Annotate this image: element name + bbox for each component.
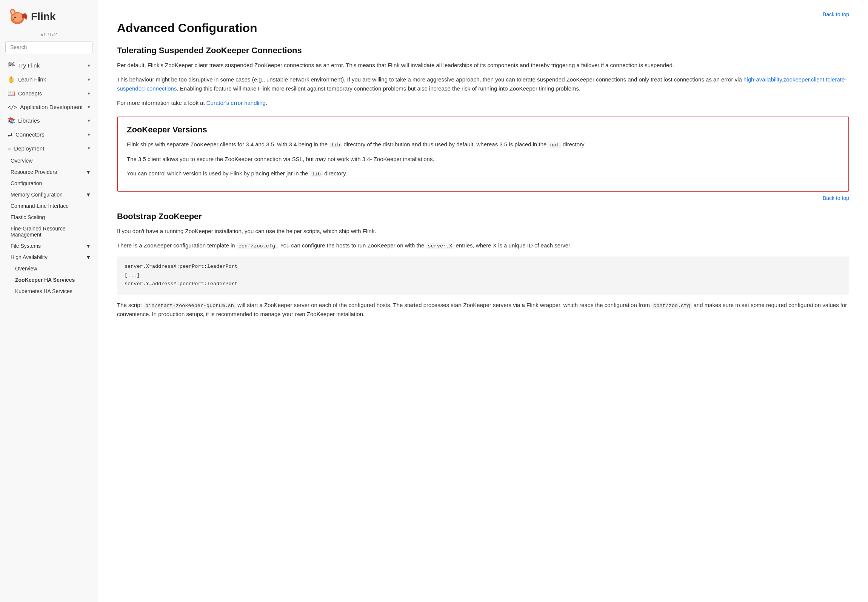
overview-label: Overview [11, 158, 32, 164]
section3-para2: There is a ZooKeeper configuration templ… [117, 241, 849, 250]
section2-para3: You can control which version is used by… [127, 169, 839, 178]
concepts-icon: 📖 [8, 90, 15, 97]
sidebar-item-memory-config[interactable]: Memory Configuration ▼ [0, 189, 98, 200]
sidebar-item-resource-providers[interactable]: Resource Providers ▼ [0, 166, 98, 178]
section3-para1: If you don't have a running ZooKeeper in… [117, 227, 849, 236]
sidebar-item-cli[interactable]: Command-Line Interface [0, 200, 98, 212]
s2p3-after: directory. [323, 170, 347, 177]
sidebar-item-configuration[interactable]: Configuration [0, 178, 98, 189]
s2p2-before: The 3.5 client allows you to secure the … [127, 156, 315, 162]
configuration-label: Configuration [11, 180, 42, 186]
code-zoo-cfg: conf/zoo.cfg [237, 243, 277, 249]
section2-para1: Flink ships with separate ZooKeeper clie… [127, 140, 839, 149]
section1-title: Tolerating Suspended ZooKeeper Connectio… [117, 46, 849, 55]
libraries-icon: 📚 [8, 117, 15, 124]
s3p2-before: There is a ZooKeeper configuration templ… [117, 242, 237, 249]
concepts-label: Concepts [18, 90, 42, 97]
s2p1-mid: directory of the distribution and thus u… [342, 141, 548, 147]
chevron-icon: ▼ [87, 118, 91, 123]
sidebar-item-deployment[interactable]: ≡ Deployment ▼ [0, 141, 98, 155]
chevron-icon: ▼ [87, 105, 91, 109]
code-block-content: server.X=addressX:peerPort:leaderPort [.… [125, 264, 238, 287]
sidebar-item-elastic-scaling[interactable]: Elastic Scaling [0, 212, 98, 223]
section2-para2: The 3.5 client allows you to secure the … [127, 155, 839, 164]
file-systems-label: File Systems [11, 243, 41, 249]
main-content: Back to top Advanced Configuration Toler… [98, 0, 868, 602]
zookeeper-versions-box: ZooKeeper Versions Flink ships with sepa… [117, 117, 849, 192]
sidebar-item-learn-flink[interactable]: ✋ Learn Flink ▼ [0, 72, 98, 86]
code-lib1: lib [329, 142, 342, 148]
sidebar: Flink v1.15.2 🏁 Try Flink ▼ ✋ Learn Flin… [0, 0, 98, 602]
s2p1-after: directory. [561, 141, 586, 147]
sidebar-item-connectors[interactable]: ⇄ Connectors ▼ [0, 127, 98, 141]
chevron-icon: ▼ [86, 243, 91, 249]
back-to-top-lower-link[interactable]: Back to top [823, 195, 849, 201]
page-title: Advanced Configuration [117, 19, 849, 35]
logo-text: Flink [31, 11, 55, 23]
sidebar-item-concepts[interactable]: 📖 Concepts ▼ [0, 86, 98, 100]
logo-area: Flink [0, 0, 98, 30]
sidebar-item-ha-overview[interactable]: Overview [0, 263, 98, 274]
back-to-top-lower[interactable]: Back to top [117, 195, 849, 201]
try-flink-icon: 🏁 [8, 62, 15, 69]
chevron-icon: ▼ [87, 132, 91, 137]
curator-link[interactable]: Curator's error handling [206, 100, 266, 106]
s3p2-mid: . You can configure the hosts to run Zoo… [277, 242, 426, 249]
chevron-icon: ▼ [86, 254, 91, 260]
sidebar-item-kubernetes-ha[interactable]: Kubernetes HA Services [0, 286, 98, 297]
back-to-top-link[interactable]: Back to top [823, 11, 849, 17]
sidebar-item-libraries[interactable]: 📚 Libraries ▼ [0, 114, 98, 127]
connectors-icon: ⇄ [8, 131, 12, 138]
sidebar-item-app-dev[interactable]: </> Application Development ▼ [0, 100, 98, 114]
svg-point-4 [14, 17, 16, 18]
app-dev-icon: </> [8, 104, 17, 110]
chevron-icon: ▼ [87, 77, 91, 82]
memory-config-label: Memory Configuration [11, 192, 63, 198]
deployment-icon: ≡ [8, 145, 11, 152]
s3p2-after: entries, where X is a unique ID of each … [454, 242, 572, 249]
s2p2-after: not work with 3.4- ZooKeeper installatio… [326, 156, 434, 162]
sidebar-item-zookeeper-ha[interactable]: ZooKeeper HA Services [0, 274, 98, 286]
section1-para1: Per default, Flink's ZooKeeper client tr… [117, 61, 849, 70]
learn-flink-icon: ✋ [8, 76, 15, 83]
s2p3-before: You can control which version is used by… [127, 170, 310, 177]
svg-point-5 [13, 19, 14, 20]
search-container[interactable] [5, 41, 92, 53]
section1-para2-after: . Enabling this feature will make Flink … [177, 85, 580, 92]
try-flink-label: Try Flink [18, 62, 40, 69]
chevron-icon: ▼ [87, 146, 91, 150]
sidebar-item-overview[interactable]: Overview [0, 155, 98, 166]
code-start-zk: bin/start-zookeeper-quorum.sh [143, 303, 236, 309]
section3-title: Bootstrap ZooKeeper [117, 212, 849, 221]
s3p3-mid: will start a ZooKeeper server on each of… [236, 302, 651, 308]
back-to-top-top[interactable]: Back to top [117, 11, 849, 17]
zookeeper-ha-label: ZooKeeper HA Services [15, 277, 75, 283]
deployment-label: Deployment [14, 145, 44, 152]
ha-overview-label: Overview [15, 266, 37, 272]
may-em: may [315, 156, 326, 162]
section1-para2: This behaviour might be too disruptive i… [117, 75, 849, 93]
sidebar-item-try-flink[interactable]: 🏁 Try Flink ▼ [0, 58, 98, 72]
sidebar-item-fine-grained[interactable]: Fine-Grained Resource Management [0, 223, 98, 240]
elastic-scaling-label: Elastic Scaling [11, 214, 45, 220]
section1-para3-before: For more information take a look at [117, 100, 206, 106]
chevron-icon: ▼ [87, 91, 91, 96]
code-zoo-cfg2: conf/zoo.cfg [651, 303, 692, 309]
learn-flink-label: Learn Flink [18, 76, 46, 83]
section2-title: ZooKeeper Versions [127, 125, 839, 135]
section3-para3: The script bin/start-zookeeper-quorum.sh… [117, 301, 849, 319]
kubernetes-ha-label: Kubernetes HA Services [15, 288, 72, 294]
code-lib2: lib [310, 171, 323, 177]
section1-para3: For more information take a look at Cura… [117, 98, 849, 108]
code-server-x: server.X [426, 243, 454, 249]
cli-label: Command-Line Interface [11, 203, 69, 209]
sidebar-item-high-availability[interactable]: High Availability ▼ [0, 252, 98, 263]
sidebar-item-file-systems[interactable]: File Systems ▼ [0, 240, 98, 252]
high-availability-label: High Availability [11, 254, 48, 260]
s2p1-before: Flink ships with separate ZooKeeper clie… [127, 141, 329, 147]
flink-logo-icon [8, 7, 27, 26]
app-dev-label: Application Development [20, 104, 83, 110]
chevron-icon: ▼ [87, 63, 91, 68]
search-input[interactable] [5, 41, 92, 53]
chevron-icon: ▼ [86, 169, 91, 175]
